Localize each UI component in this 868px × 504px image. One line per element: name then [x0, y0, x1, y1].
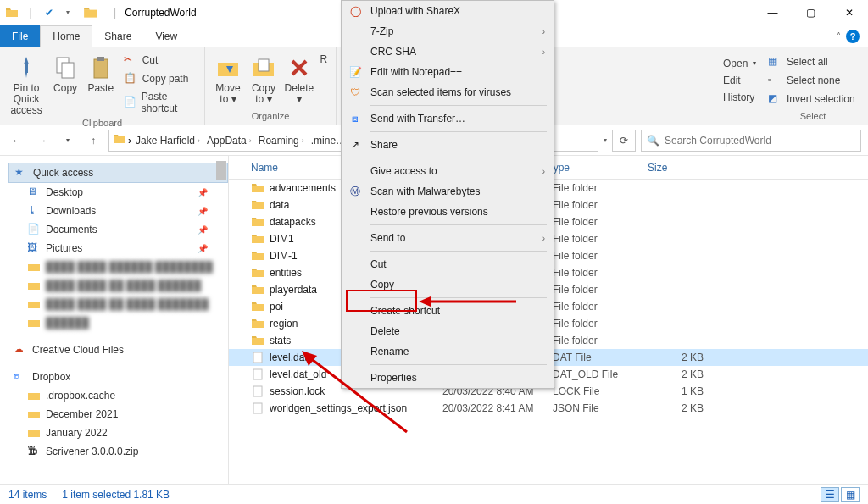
- folder-icon: [251, 266, 264, 280]
- crumb[interactable]: Roaming›: [256, 135, 307, 147]
- window-title: CorruptedWorld: [125, 7, 196, 19]
- sidebar-item-dropbox[interactable]: ⧈Dropbox: [8, 368, 228, 386]
- check-icon[interactable]: ✔: [42, 6, 56, 19]
- sidebar-item-downloads[interactable]: ⭳Downloads📌: [8, 202, 228, 220]
- close-button[interactable]: ✕: [830, 0, 868, 25]
- zip-icon: 🗜: [27, 445, 41, 458]
- search-box[interactable]: 🔍: [641, 130, 861, 152]
- minimize-button[interactable]: —: [754, 0, 792, 25]
- file-row[interactable]: worldgen_settings_export.json20/03/2022 …: [229, 400, 868, 417]
- ctx-rename[interactable]: Rename: [342, 341, 554, 362]
- search-icon: 🔍: [647, 135, 659, 147]
- move-to-button[interactable]: Move to ▾: [212, 51, 244, 109]
- tab-share[interactable]: Share: [92, 25, 143, 47]
- ctx-crc-sha[interactable]: CRC SHA›: [342, 42, 554, 62]
- sidebar-item-documents[interactable]: 📄Documents📌: [8, 220, 228, 239]
- ctx-upload-sharex[interactable]: ◯Upload with ShareX: [342, 1, 554, 21]
- file-type: DAT File: [553, 352, 653, 363]
- select-all-button[interactable]: ▦Select all: [765, 54, 859, 69]
- sidebar-item[interactable]: ████ ████ ██████ ████████: [8, 258, 228, 276]
- sidebar-item-desktop[interactable]: 🖥Desktop📌: [8, 183, 228, 202]
- ctx-send-transfer[interactable]: ⧈Send with Transfer…: [342, 108, 554, 129]
- separator: [370, 364, 547, 365]
- qat-separator-icon: |: [24, 6, 37, 19]
- ctx-send-to[interactable]: Send to›: [342, 228, 554, 248]
- tab-home[interactable]: Home: [40, 25, 92, 47]
- view-icons-button[interactable]: ▦: [841, 487, 860, 502]
- status-bar: 14 items 1 item selected 1.81 KB ☰ ▦: [0, 484, 868, 504]
- ctx-copy[interactable]: Copy: [342, 274, 554, 295]
- ctx-delete[interactable]: Delete: [342, 321, 554, 341]
- invert-selection-button[interactable]: ◩Invert selection: [765, 91, 859, 107]
- file-type: File folder: [553, 284, 653, 296]
- file-type: File folder: [553, 233, 653, 245]
- desktop-icon: 🖥: [27, 186, 41, 199]
- file-type: File folder: [553, 318, 653, 330]
- sidebar-item[interactable]: December 2021: [8, 405, 228, 424]
- crumb[interactable]: AppData›: [204, 135, 254, 147]
- maximize-button[interactable]: ▢: [792, 0, 830, 25]
- recent-dropdown[interactable]: ▾: [58, 130, 78, 151]
- up-button[interactable]: ↑: [83, 130, 103, 151]
- separator: [370, 297, 547, 298]
- cut-button[interactable]: ✂Cut: [120, 53, 198, 68]
- ctx-7zip[interactable]: 7-Zip›: [342, 21, 554, 42]
- pin-icon: 📌: [198, 188, 223, 197]
- crumb[interactable]: Jake Harfield›: [133, 135, 203, 147]
- sidebar-item[interactable]: 🗜Scrivener 3.0.0.0.zip: [8, 442, 228, 461]
- tab-view[interactable]: View: [143, 25, 189, 47]
- sidebar-item[interactable]: ████ ████ ██ ████ ███████: [8, 295, 228, 313]
- copy-path-button[interactable]: 📋Copy path: [120, 71, 198, 86]
- column-size[interactable]: Size: [648, 162, 715, 174]
- forward-button[interactable]: →: [32, 130, 53, 151]
- rename-button-trunc[interactable]: R: [319, 51, 329, 109]
- breadcrumb-dropdown[interactable]: ▾: [604, 136, 607, 144]
- sidebar-item[interactable]: .dropbox.cache: [8, 386, 228, 405]
- edit-button[interactable]: Edit: [720, 74, 760, 87]
- ctx-properties[interactable]: Properties: [342, 368, 554, 388]
- sidebar-item[interactable]: ██████: [8, 313, 228, 332]
- cloud-icon: ☁: [14, 343, 27, 357]
- open-dropdown[interactable]: Open ▾: [720, 57, 760, 70]
- status-selected: 1 item selected 1.81 KB: [62, 489, 170, 501]
- history-button[interactable]: History: [720, 91, 760, 104]
- file-type: File folder: [553, 182, 653, 194]
- ctx-give-access[interactable]: Give access to›: [342, 161, 554, 181]
- paste-button[interactable]: Paste: [85, 51, 117, 116]
- delete-button[interactable]: Delete ▾: [283, 51, 315, 109]
- ctx-malwarebytes[interactable]: ⓂScan with Malwarebytes: [342, 181, 554, 202]
- sidebar-item-creative-cloud[interactable]: ☁Creative Cloud Files: [8, 341, 228, 359]
- ctx-share[interactable]: ↗Share: [342, 135, 554, 155]
- ctx-create-shortcut[interactable]: Create shortcut: [342, 301, 554, 321]
- ctx-cut[interactable]: Cut: [342, 254, 554, 274]
- copy-to-button[interactable]: Copy to ▾: [248, 51, 280, 109]
- paste-shortcut-button[interactable]: 📄Paste shortcut: [120, 90, 198, 115]
- sidebar-item-pictures[interactable]: 🖼Pictures📌: [8, 239, 228, 258]
- back-button[interactable]: ←: [7, 130, 27, 151]
- chevron-right-icon: ›: [542, 47, 545, 57]
- help-icon[interactable]: ?: [846, 30, 860, 43]
- scrollbar-thumb[interactable]: [216, 161, 226, 180]
- file-type: File folder: [553, 216, 653, 228]
- refresh-button[interactable]: ⟳: [612, 130, 636, 152]
- sidebar-item[interactable]: ████ ████ ██ ████ ██████: [8, 276, 228, 295]
- ctx-scan-viruses[interactable]: 🛡Scan selected items for viruses: [342, 82, 554, 102]
- dropdown-icon[interactable]: ▾: [61, 6, 75, 19]
- chevron-up-icon[interactable]: ˄: [837, 31, 841, 41]
- column-type[interactable]: Type: [548, 162, 648, 174]
- folder-icon: [27, 279, 41, 292]
- search-input[interactable]: [665, 135, 855, 147]
- select-none-button[interactable]: ▫Select none: [765, 73, 859, 88]
- ctx-restore-previous[interactable]: Restore previous versions: [342, 202, 554, 222]
- sidebar-item[interactable]: January 2022: [8, 424, 228, 442]
- sidebar-item-quick-access[interactable]: ★ Quick access: [8, 163, 228, 183]
- folder-icon: [251, 215, 264, 229]
- copy-button[interactable]: Copy: [49, 51, 81, 116]
- navigation-pane: ★ Quick access 🖥Desktop📌 ⭳Downloads📌 📄Do…: [0, 156, 229, 484]
- view-details-button[interactable]: ☰: [821, 487, 839, 502]
- file-icon: [251, 351, 264, 364]
- ctx-notepadpp[interactable]: 📝Edit with Notepad++: [342, 62, 554, 82]
- pin-to-quick-access-button[interactable]: Pin to Quick access: [7, 51, 46, 116]
- separator: [370, 158, 547, 158]
- tab-file[interactable]: File: [0, 25, 40, 47]
